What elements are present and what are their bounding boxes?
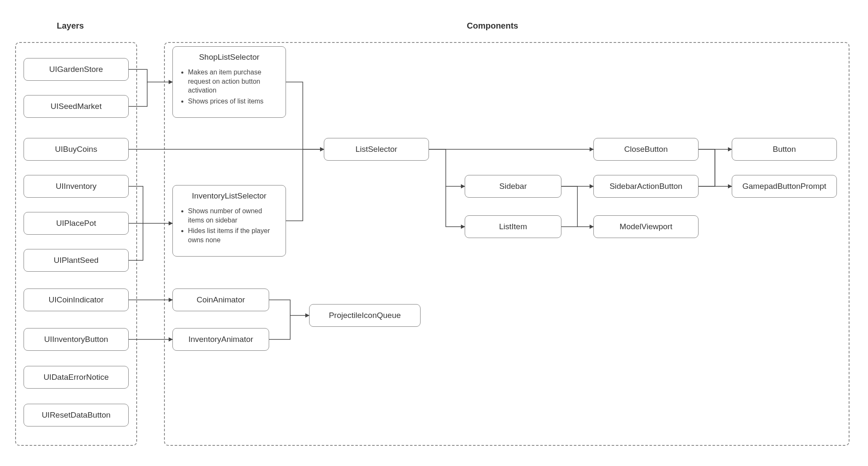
- components-group-title: Components: [467, 21, 518, 31]
- node-button: Button: [732, 138, 837, 161]
- node-uiplantseed: UIPlantSeed: [24, 249, 129, 272]
- node-coinanimator: CoinAnimator: [172, 289, 269, 311]
- node-uiinventorybutton: UIInventoryButton: [24, 328, 129, 351]
- node-sidebar: Sidebar: [465, 175, 561, 198]
- bullet-item: Makes an item purchase request on action…: [188, 68, 278, 95]
- node-gamepadbuttonprompt: GamepadButtonPrompt: [732, 175, 837, 198]
- node-sidebaractionbutton: SidebarActionButton: [593, 175, 699, 198]
- node-shoplistselector: ShopListSelector Makes an item purchase …: [172, 46, 286, 118]
- bullet-item: Shows number of owned items on sidebar: [188, 207, 278, 225]
- node-listselector: ListSelector: [324, 138, 429, 161]
- node-uibuycoins: UIBuyCoins: [24, 138, 129, 161]
- node-inventorylistselector: InventoryListSelector Shows number of ow…: [172, 185, 286, 257]
- node-inventorylistselector-title: InventoryListSelector: [180, 191, 278, 201]
- node-uiseedmarket: UISeedMarket: [24, 95, 129, 118]
- bullet-item: Shows prices of list items: [188, 97, 278, 106]
- bullet-item: Hides list items if the player owns none: [188, 226, 278, 244]
- node-closebutton: CloseButton: [593, 138, 699, 161]
- node-uiplacepot: UIPlacePot: [24, 212, 129, 235]
- node-shoplistselector-bullets: Makes an item purchase request on action…: [180, 68, 278, 107]
- node-shoplistselector-title: ShopListSelector: [180, 53, 278, 62]
- node-uidataerrornotice: UIDataErrorNotice: [24, 366, 129, 389]
- layers-group-title: Layers: [57, 21, 84, 31]
- diagram-canvas: { "groups": { "layers": { "label": "Laye…: [0, 0, 868, 466]
- node-uicoinindicator: UICoinIndicator: [24, 289, 129, 311]
- node-uiresetdatabutton: UIResetDataButton: [24, 404, 129, 426]
- node-listitem: ListItem: [465, 215, 561, 238]
- node-inventoryanimator: InventoryAnimator: [172, 328, 269, 351]
- node-uigardenstore: UIGardenStore: [24, 58, 129, 81]
- node-uiinventory: UIInventory: [24, 175, 129, 198]
- node-modelviewport: ModelViewport: [593, 215, 699, 238]
- node-projectileiconqueue: ProjectileIconQueue: [309, 304, 421, 327]
- node-inventorylistselector-bullets: Shows number of owned items on sidebar H…: [180, 207, 278, 246]
